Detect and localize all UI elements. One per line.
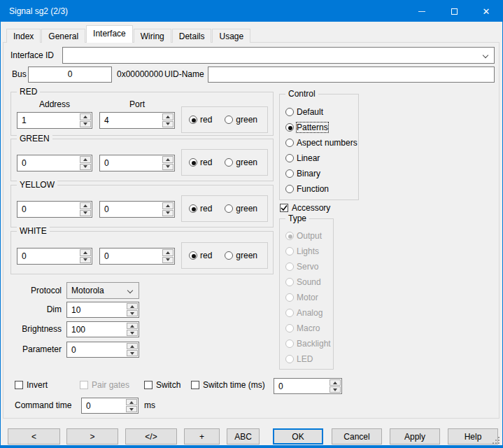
cancel-button[interactable]: Cancel	[332, 428, 382, 444]
command-time-value[interactable]: 0	[82, 401, 125, 411]
spin-up-button[interactable]	[127, 303, 138, 309]
minimize-button[interactable]	[406, 1, 438, 22]
command-time-spinner[interactable]: 0	[81, 398, 139, 414]
control-linear-radio[interactable]: Linear	[285, 150, 357, 166]
spin-down-button[interactable]	[80, 121, 91, 128]
control-binary-radio[interactable]: Binary	[285, 166, 357, 181]
spin-down-button[interactable]	[80, 257, 91, 264]
maximize-button[interactable]	[438, 1, 470, 22]
switch-time-value[interactable]: 0	[274, 382, 329, 391]
yellow-port-value[interactable]: 0	[100, 204, 162, 214]
red-gate-red-radio[interactable]: red	[189, 115, 212, 125]
uid-name-input[interactable]	[208, 66, 495, 83]
red-port-value[interactable]: 4	[100, 115, 162, 125]
prev-button[interactable]: <	[8, 428, 60, 444]
red-gate-green-radio[interactable]: green	[225, 115, 257, 125]
interface-id-combobox[interactable]	[62, 47, 495, 64]
green-gate-green-radio[interactable]: green	[225, 158, 257, 167]
brightness-spinner[interactable]: 100	[66, 321, 139, 337]
switch-checkbox[interactable]: Switch	[144, 380, 180, 390]
spin-down-button[interactable]	[127, 310, 138, 316]
white-port-spinner[interactable]: 0	[99, 248, 175, 265]
spin-up-button[interactable]	[80, 156, 91, 163]
spin-up-button[interactable]	[127, 323, 138, 329]
spin-down-button[interactable]	[127, 350, 138, 356]
tab-details[interactable]: Details	[172, 29, 212, 43]
switch-time-spinner[interactable]: 0	[274, 378, 342, 394]
switch-time-checkbox[interactable]: Switch time (ms)	[191, 380, 265, 390]
resize-grip[interactable]	[491, 435, 500, 444]
parameter-spinner[interactable]: 0	[66, 342, 139, 358]
spin-down-button[interactable]	[162, 257, 173, 264]
yellow-address-spinner[interactable]: 0	[17, 201, 92, 218]
spin-down-button[interactable]	[330, 386, 341, 393]
white-group-title: WHITE	[17, 226, 50, 237]
tab-wiring[interactable]: Wiring	[134, 29, 171, 43]
invert-checkbox[interactable]: Invert	[15, 380, 48, 390]
green-gate-red-radio[interactable]: red	[189, 158, 212, 167]
red-address-value[interactable]: 1	[17, 115, 79, 125]
close-button[interactable]: ✕	[470, 1, 502, 22]
white-address-spinner[interactable]: 0	[17, 248, 92, 265]
parameter-value[interactable]: 0	[67, 345, 126, 355]
spin-down-button[interactable]	[127, 330, 138, 336]
spin-up-button[interactable]	[80, 113, 91, 120]
radio-icon	[285, 185, 294, 193]
close-icon: ✕	[483, 7, 490, 16]
control-default-radio[interactable]: Default	[285, 104, 357, 120]
spin-down-button[interactable]	[162, 210, 173, 217]
accessory-checkbox[interactable]: Accessory	[280, 203, 330, 213]
brightness-value[interactable]: 100	[67, 325, 126, 335]
red-port-spinner[interactable]: 4	[99, 112, 175, 129]
dim-value[interactable]: 10	[67, 305, 126, 315]
white-port-value[interactable]: 0	[100, 251, 162, 261]
white-gate-green-radio[interactable]: green	[225, 251, 257, 260]
window-bottom-border	[1, 445, 502, 447]
green-port-spinner[interactable]: 0	[99, 155, 175, 172]
yellow-port-spinner[interactable]: 0	[99, 201, 175, 218]
tab-index[interactable]: Index	[6, 29, 41, 43]
spin-down-button[interactable]	[126, 406, 137, 412]
green-gate-green-label: green	[236, 158, 257, 167]
tab-interface[interactable]: Interface	[86, 25, 133, 43]
green-port-value[interactable]: 0	[100, 158, 162, 168]
control-group-title: Control	[285, 89, 318, 99]
control-patterns-radio[interactable]: Patterns	[285, 120, 357, 135]
spin-up-button[interactable]	[162, 249, 173, 256]
tab-usage[interactable]: Usage	[212, 29, 250, 43]
red-group: RED Address Port 1 4 red	[10, 92, 274, 136]
add-button[interactable]: +	[184, 428, 220, 444]
green-gate-red-label: red	[200, 158, 212, 167]
protocol-dropdown[interactable]: Motorola	[66, 282, 139, 299]
spin-up-button[interactable]	[80, 202, 91, 209]
spin-up-button[interactable]	[126, 399, 137, 405]
spin-up-button[interactable]	[330, 379, 341, 386]
spin-up-button[interactable]	[80, 249, 91, 256]
yellow-gate-red-radio[interactable]: red	[189, 204, 212, 214]
yellow-address-value[interactable]: 0	[17, 204, 79, 214]
spin-up-button[interactable]	[127, 343, 138, 349]
bus-input[interactable]: 0	[28, 66, 112, 83]
spin-down-button[interactable]	[162, 121, 173, 128]
green-address-spinner[interactable]: 0	[17, 155, 92, 172]
ok-button[interactable]: OK	[273, 428, 323, 444]
spin-up-button[interactable]	[162, 113, 173, 120]
spin-up-button[interactable]	[162, 156, 173, 163]
spin-up-button[interactable]	[162, 202, 173, 209]
apply-button[interactable]: Apply	[390, 428, 440, 444]
spin-down-button[interactable]	[162, 164, 173, 171]
control-function-radio[interactable]: Function	[285, 181, 357, 197]
spin-down-button[interactable]	[80, 164, 91, 171]
next-button[interactable]: >	[66, 428, 118, 444]
tab-general[interactable]: General	[41, 29, 85, 43]
control-aspect-numbers-radio[interactable]: Aspect numbers	[285, 135, 357, 150]
dim-spinner[interactable]: 10	[66, 302, 139, 318]
code-button[interactable]: </>	[125, 428, 177, 444]
yellow-gate-green-radio[interactable]: green	[225, 204, 257, 214]
white-address-value[interactable]: 0	[17, 251, 79, 261]
spin-down-button[interactable]	[80, 210, 91, 217]
green-address-value[interactable]: 0	[17, 158, 79, 168]
red-address-spinner[interactable]: 1	[17, 112, 92, 129]
abc-button[interactable]: ABC	[227, 428, 260, 444]
white-gate-red-radio[interactable]: red	[189, 251, 212, 260]
